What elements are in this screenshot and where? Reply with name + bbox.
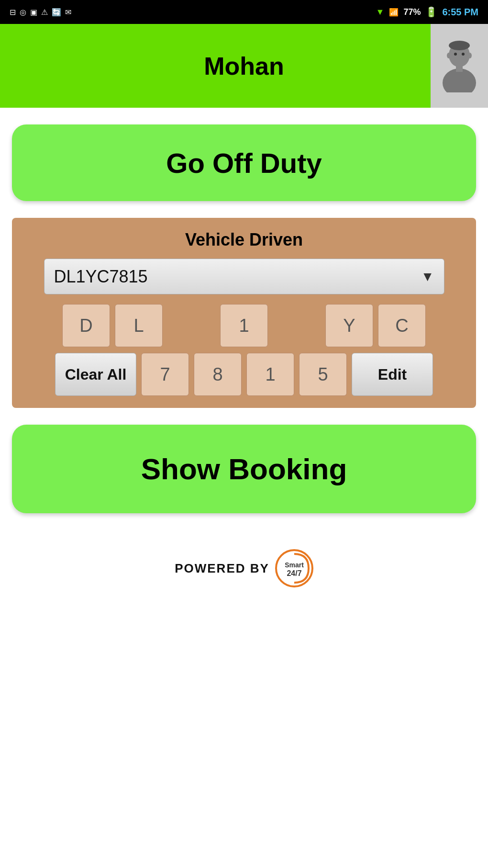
wifi-signal-icon: ▼	[376, 7, 385, 17]
footer: POWERED BY Smart 24/7	[12, 530, 476, 616]
vehicle-dropdown[interactable]: DL1YC7815 ▼	[44, 259, 444, 294]
clear-all-button[interactable]: Clear All	[55, 353, 136, 396]
header: Mohan	[0, 24, 488, 108]
clock: 6:55 PM	[442, 7, 478, 18]
keypad-row-2: Clear All 7 8 1 5 Edit	[22, 353, 466, 396]
user-name: Mohan	[204, 52, 284, 80]
status-icons: ⊟ ◎ ▣ ⚠ 🔄 ✉	[10, 8, 71, 17]
vehicle-panel: Vehicle Driven DL1YC7815 ▼ D L 1 Y C Cle…	[12, 218, 476, 408]
signal-bars-icon: 📶	[389, 8, 399, 17]
avatar	[431, 24, 488, 108]
key-5[interactable]: 5	[299, 353, 347, 396]
status-bar-left: ⊟ ◎ ▣ ⚠ 🔄 ✉	[10, 8, 372, 17]
key-C[interactable]: C	[378, 304, 426, 347]
smart247-logo: Smart 24/7	[275, 549, 313, 587]
key-empty-1	[167, 304, 215, 347]
key-Y[interactable]: Y	[325, 304, 373, 347]
svg-point-7	[468, 53, 472, 58]
powered-by-text: POWERED BY	[175, 561, 269, 576]
svg-text:24/7: 24/7	[287, 569, 301, 577]
warning-icon: ⚠	[41, 8, 48, 17]
key-1[interactable]: 1	[220, 304, 268, 347]
location-icon: ◎	[20, 8, 26, 17]
svg-point-1	[449, 41, 470, 50]
vehicle-dropdown-value: DL1YC7815	[54, 267, 148, 287]
battery-percentage: 77%	[403, 7, 421, 17]
svg-point-5	[462, 53, 465, 56]
keypad: D L 1 Y C Clear All 7 8 1 5 Edit	[22, 304, 466, 396]
chevron-down-icon: ▼	[421, 269, 434, 284]
key-1b[interactable]: 1	[246, 353, 294, 396]
svg-point-2	[443, 68, 476, 92]
sync-icon: 🔄	[52, 8, 61, 17]
edit-button[interactable]: Edit	[352, 353, 433, 396]
svg-point-4	[454, 53, 457, 56]
svg-point-6	[447, 53, 451, 58]
wifi-icon: ⊟	[10, 8, 16, 17]
battery-icon: 🔋	[425, 6, 437, 18]
status-bar: ⊟ ◎ ▣ ⚠ 🔄 ✉ ▼ 📶 77% 🔋 6:55 PM	[0, 0, 488, 24]
avatar-icon	[438, 40, 481, 92]
status-right: ▼ 📶 77% 🔋 6:55 PM	[376, 6, 478, 18]
key-L[interactable]: L	[115, 304, 163, 347]
key-D[interactable]: D	[62, 304, 110, 347]
show-booking-button[interactable]: Show Booking	[12, 425, 476, 513]
svg-rect-3	[456, 65, 463, 72]
svg-text:Smart: Smart	[285, 561, 304, 569]
main-content: Go Off Duty Vehicle Driven DL1YC7815 ▼ D…	[0, 108, 488, 868]
vehicle-driven-label: Vehicle Driven	[22, 230, 466, 250]
image-icon: ▣	[30, 8, 37, 17]
key-8[interactable]: 8	[194, 353, 242, 396]
go-off-duty-button[interactable]: Go Off Duty	[12, 124, 476, 201]
mail-icon: ✉	[65, 8, 71, 17]
key-7[interactable]: 7	[141, 353, 189, 396]
key-empty-2	[273, 304, 321, 347]
keypad-row-1: D L 1 Y C	[22, 304, 466, 347]
